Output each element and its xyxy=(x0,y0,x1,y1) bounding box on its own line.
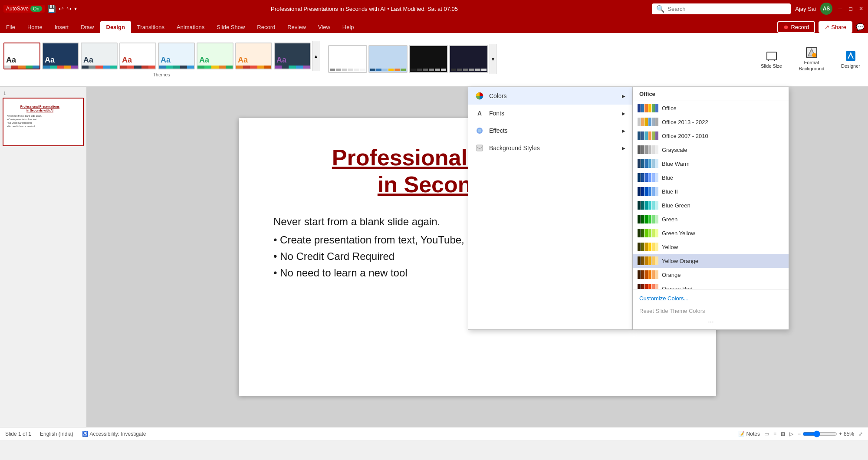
color-theme-yellow[interactable]: Yellow xyxy=(633,240,789,254)
fonts-menu-item[interactable]: A Fonts ▶ xyxy=(468,105,632,122)
slide-view-normal-icon[interactable]: ▭ xyxy=(764,431,769,437)
accessibility-info[interactable]: ♿ Accessibility: Investigate xyxy=(82,431,146,437)
reset-theme-colors-button[interactable]: Reset Slide Theme Colors xyxy=(633,305,789,317)
restore-button[interactable]: ◻ xyxy=(847,5,854,12)
blue-ii-label: Blue II xyxy=(662,188,678,195)
themes-scroll-up[interactable]: ▲ xyxy=(312,41,319,71)
colors-menu-item[interactable]: Colors ▶ xyxy=(468,87,632,105)
tab-slideshow[interactable]: Slide Show xyxy=(210,21,251,33)
variant-2[interactable] xyxy=(368,45,408,73)
theme-3[interactable]: Aa xyxy=(119,43,156,69)
autosave-toggle[interactable]: AutoSave On xyxy=(3,5,45,13)
theme-6[interactable]: Aa xyxy=(235,43,272,69)
background-styles-menu-item[interactable]: Background Styles ▶ xyxy=(468,139,632,157)
blue-warm-label: Blue Warm xyxy=(662,161,690,167)
theme-default[interactable]: Aa xyxy=(3,43,40,69)
tab-home[interactable]: Home xyxy=(21,21,49,33)
zoom-out-button[interactable]: − xyxy=(798,431,801,437)
undo-icon[interactable]: ↩ xyxy=(59,5,64,12)
ribbon-right-buttons: Slide Size Format Background xyxy=(756,45,865,73)
fonts-icon: A xyxy=(475,109,484,118)
user-avatar[interactable]: AS xyxy=(820,3,832,15)
search-input[interactable] xyxy=(667,6,780,12)
share-button[interactable]: ↗ Share xyxy=(819,21,852,33)
color-theme-green-yellow[interactable]: Green Yellow xyxy=(633,226,789,240)
zoom-slider[interactable] xyxy=(802,430,837,437)
tab-help[interactable]: Help xyxy=(336,21,360,33)
office2007-swatch xyxy=(638,131,658,140)
tab-draw[interactable]: Draw xyxy=(75,21,100,33)
zoom-level: 85% xyxy=(844,431,854,437)
colors-submenu-footer: Customize Colors... Reset Slide Theme Co… xyxy=(633,289,789,329)
tab-design[interactable]: Design xyxy=(100,21,131,33)
theme-2[interactable]: Aa xyxy=(81,43,118,69)
effects-menu-item[interactable]: Effects ▶ xyxy=(468,122,632,139)
effects-label: Effects xyxy=(489,127,508,134)
status-bar-right: 📝 Notes ▭ ≡ ⊞ ▷ − + 85% ⤢ xyxy=(738,430,863,437)
fonts-label: Fonts xyxy=(489,110,504,117)
tab-review[interactable]: Review xyxy=(281,21,312,33)
slide-size-button[interactable]: Slide Size xyxy=(756,45,786,73)
colors-submenu-list: Office Office 2013 - 2022 Of xyxy=(633,101,789,289)
theme-7[interactable]: Aa xyxy=(274,43,311,69)
title-bar-left: AutoSave On 💾 ↩ ↪ ▾ xyxy=(3,5,77,13)
main-area: 1 Professional Presentationsin Seconds w… xyxy=(0,87,868,427)
title-bar-right: 🔍 Ajay Sai AS ─ ◻ ✕ xyxy=(652,3,865,15)
office2013-label: Office 2013 - 2022 xyxy=(662,119,708,125)
save-icon[interactable]: 💾 xyxy=(47,5,56,13)
theme-4[interactable]: Aa xyxy=(158,43,195,69)
color-theme-blue[interactable]: Blue xyxy=(633,171,789,184)
comments-icon[interactable]: 💬 xyxy=(856,23,865,31)
minimize-button[interactable]: ─ xyxy=(837,5,844,12)
more-options[interactable]: ··· xyxy=(633,317,789,327)
slide-thumb-inner: Professional Presentationsin Seconds wit… xyxy=(5,100,75,144)
color-theme-green[interactable]: Green xyxy=(633,212,789,226)
slide-view-scroll-icon[interactable]: ≡ xyxy=(773,431,776,437)
tab-animations[interactable]: Animations xyxy=(171,21,210,33)
slide-thumbnail-1[interactable]: Professional Presentationsin Seconds wit… xyxy=(3,98,84,146)
color-theme-blue-ii[interactable]: Blue II xyxy=(633,184,789,198)
color-theme-office-2007[interactable]: Office 2007 - 2010 xyxy=(633,129,789,143)
variant-1[interactable] xyxy=(328,45,367,73)
variants-scroll-down[interactable]: ▼ xyxy=(490,44,496,74)
share-icon: ↗ xyxy=(825,24,829,30)
redo-icon[interactable]: ↪ xyxy=(66,5,72,12)
color-theme-blue-green[interactable]: Blue Green xyxy=(633,198,789,212)
office-label: Office xyxy=(662,105,677,112)
tab-record[interactable]: Record xyxy=(251,21,281,33)
theme-5[interactable]: Aa xyxy=(197,43,233,69)
tab-insert[interactable]: Insert xyxy=(49,21,75,33)
color-theme-grayscale[interactable]: Grayscale xyxy=(633,143,789,157)
tab-transitions[interactable]: Transitions xyxy=(131,21,171,33)
search-bar[interactable]: 🔍 xyxy=(652,3,791,14)
color-theme-yellow-orange[interactable]: Yellow Orange xyxy=(633,254,789,268)
variant-4[interactable] xyxy=(449,45,488,73)
accessibility-icon: ♿ xyxy=(82,431,89,437)
close-button[interactable]: ✕ xyxy=(858,5,865,12)
variant-3[interactable] xyxy=(409,45,448,73)
color-theme-office[interactable]: Office xyxy=(633,101,789,115)
green-yellow-label: Green Yellow xyxy=(662,230,695,237)
tab-view[interactable]: View xyxy=(312,21,336,33)
color-theme-office-2013[interactable]: Office 2013 - 2022 xyxy=(633,115,789,129)
notes-button[interactable]: 📝 Notes xyxy=(738,431,760,437)
tab-file[interactable]: File xyxy=(0,21,21,33)
record-button[interactable]: ⏺ Record xyxy=(777,21,815,33)
color-theme-orange-red[interactable]: Orange Red xyxy=(633,282,789,289)
designer-button[interactable]: Designer xyxy=(837,45,865,73)
format-background-button[interactable]: Format Background xyxy=(790,45,833,73)
grayscale-swatch xyxy=(638,145,658,154)
color-theme-blue-warm[interactable]: Blue Warm xyxy=(633,157,789,171)
slide-info: Slide 1 of 1 xyxy=(5,431,31,437)
user-initials: AS xyxy=(823,6,830,12)
background-chevron: ▶ xyxy=(622,146,625,151)
zoom-in-button[interactable]: + xyxy=(839,431,842,437)
fit-slide-button[interactable]: ⤢ xyxy=(858,431,863,437)
slide-sorter-icon[interactable]: ⊞ xyxy=(781,431,785,437)
ribbon-tabs: File Home Insert Draw Design Transitions… xyxy=(0,17,868,33)
orange-red-label: Orange Red xyxy=(662,286,693,289)
color-theme-orange[interactable]: Orange xyxy=(633,268,789,282)
reading-view-icon[interactable]: ▷ xyxy=(789,431,793,437)
theme-1[interactable]: Aa xyxy=(42,43,79,69)
customize-colors-button[interactable]: Customize Colors... xyxy=(633,292,789,305)
